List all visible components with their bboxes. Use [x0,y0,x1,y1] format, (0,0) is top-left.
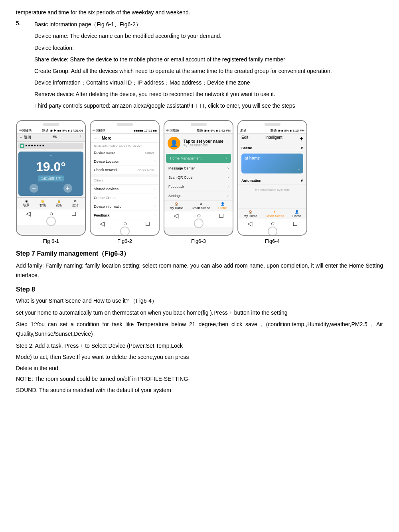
phone2-bottom-bar [91,228,159,235]
phone2-item-feedback[interactable]: Feedback › [91,211,159,219]
phone1-nav-scene[interactable]: ◉ 场景 [23,199,30,207]
phone3-profile-chevron: › [228,141,229,146]
phone1-minus-button[interactable]: − [30,184,38,193]
phone3-username[interactable]: Tap to set your name [184,139,223,144]
phone2-back-nav[interactable]: ◁ [100,220,105,227]
phone3-qr-chevron: › [227,175,229,179]
phone3-menu-message[interactable]: Message Center › [164,164,233,173]
phone4-scene-section: Scene ∨ [238,144,306,152]
phone1-app-header: ← 返回 EK ⋮ [17,134,85,142]
phone2-item-devicename[interactable]: Device name Smart › [91,149,159,157]
phone3-nav-scene[interactable]: ⚙ Smart Scene [192,202,210,210]
phone4-nav-home[interactable]: 🏠 My Home [244,210,257,218]
device-location-text: Device location: [34,43,383,53]
phone1-recent-btn[interactable]: □ [72,210,76,217]
phone4-edit-btn[interactable]: Edit [241,135,248,142]
phone1-earpiece [43,123,59,126]
phone4-plus-btn[interactable]: + [300,135,303,142]
phone3-profile: 👤 Tap to set your name By 13399390153 › [164,134,233,153]
phone3-back-btn[interactable]: ◁ [174,212,178,219]
phone4-nav-scene[interactable]: ✦ Smart Scene [266,210,284,218]
phone3-message-label: Message Center [168,166,195,170]
phone4-automation-label: Automation [241,179,261,183]
phone4-nav-home-icon: 🏠 [249,210,253,214]
phone4-container: 老娘 联通 ◉ ■ 9% ■ 3:10 PM Edit Intelligent … [237,120,307,244]
phone1-nav-life[interactable]: ⚙ 生活 [72,199,79,207]
phone3-home-btn[interactable]: ○ [197,212,201,219]
phone2-feedback-label: Feedback [94,213,110,217]
phone4-intelligent-label[interactable]: Intelligent [265,135,282,142]
phone1-degree-symbol: ° [22,155,80,159]
phones-row: 中国移动 联通 ◉ ▶ ■■ 9% ■ 17:51:04 ← 返回 EK ⋮ ■… [16,120,383,244]
phone4-earpiece [265,123,280,126]
remove-device-text: Remove device: After deleting the device… [34,90,383,99]
phone2-item-shared[interactable]: Shared devices › [91,185,159,193]
phone1-icon[interactable]: ⋮ [79,135,83,140]
phone4-nav-scene-label: Smart Scene [266,214,284,218]
phone3-home-label: Home Management [170,156,201,160]
phone1-nav-smart[interactable]: 🖐 智能 [40,199,46,207]
phone1-back-btn[interactable]: ◁ [26,210,31,217]
phone2-item-group[interactable]: Create Group › [91,193,159,202]
phone4-scene-label: Scene [241,146,252,150]
item5-title: Basic information page（Fig 6-1、Fig6-2） [34,20,383,29]
intro-section: temperature and time for the six periods… [16,8,383,113]
phone3-menu-qr[interactable]: Scan QR Code › [164,173,233,182]
phone4-header: Edit Intelligent + [238,134,306,144]
phone4-label: Fig6-4 [265,238,280,244]
phone3-menu-settings[interactable]: Settings › [164,191,233,201]
step8-line1: What is your Smart Scene and How to use … [16,296,383,306]
phone4-home-btn[interactable]: ○ [271,220,275,227]
phone2-home-nav[interactable]: ○ [123,220,127,227]
phone3-menu-feedback[interactable]: Feedback › [164,182,233,191]
create-group-text: Create Group: Add all the devices which … [34,67,383,76]
phone3-earpiece [191,123,207,126]
step8-heading: Step 8 [16,286,383,293]
phone1-life-label: 生活 [72,203,79,207]
phone3-nav-home[interactable]: 🏠 My Home [170,202,183,210]
phone4-nav-home-label: My Home [244,214,257,218]
phone3-menu-home[interactable]: Home Management › [166,154,231,163]
phone4-scene-chevron: ∨ [300,146,303,150]
item-content: Basic information page（Fig 6-1、Fig6-2） D… [34,20,383,113]
phone2-devinfo-chevron: › [154,204,156,209]
phone2-others-label: Others [94,179,103,182]
phone3-frame: 中国联通 联通 ◉ ■ 9% ■ 3:42 PM 👤 Tap to set yo… [164,120,233,236]
phone2-item-network[interactable]: Check network Check Now › [91,166,159,174]
phone4-top-bar [238,121,306,128]
phone4-nav-profile-label: Home [292,214,301,218]
phone4-frame: 老娘 联通 ◉ ■ 9% ■ 3:10 PM Edit Intelligent … [237,120,307,236]
phone2-location-chevron: › [154,159,156,164]
phone1-time: 联通 ◉ ▶ ■■ 9% ■ 17:51:04 [42,128,83,133]
phone3-message-chevron: › [227,166,229,170]
phone2-battery: ■■■■■ 17:51 ■■ [134,129,157,132]
step8-line7: NOTE: The room sound could be turned on/… [16,374,383,384]
phone3-qr-label: Scan QR Code [168,175,193,179]
phone3-bottom-nav: 🏠 My Home ⚙ Smart Scene 👤 Profile [164,201,233,211]
phone1-schedule-bar: ■ ■ ■ ■ ■ ■ ■ ■ [18,143,83,149]
phone4-recent-btn[interactable]: □ [293,220,297,227]
phone1-plus-button[interactable]: + [63,184,72,193]
phone4-nav-profile[interactable]: 👤 Home [292,210,301,218]
step7-section: Step 7 Family management（Fig6-3） Add fam… [16,250,383,280]
phone2-item-devinfo[interactable]: Device information › [91,202,159,211]
phone1-home-btn[interactable]: ○ [49,210,53,217]
phone1-back[interactable]: ← 返回 [19,135,31,140]
share-device-text: Share device: Share the device to the mo… [34,55,383,64]
phone2-item-location[interactable]: Device Location › [91,157,159,166]
phone1-nav-device[interactable]: 🔒 设备 [56,199,62,207]
phone2-header: ← More [91,134,159,143]
phone4-back-btn[interactable]: ◁ [247,220,252,227]
phone2-back-btn[interactable]: ← [94,135,99,141]
device-name-text: Device name: The device name can be modi… [34,32,383,41]
phone3-label: Fig6-3 [191,238,206,244]
phone3-nav-profile[interactable]: 👤 Profile [218,202,227,210]
phone3-userid: By 13399390153 [184,144,223,147]
phone2-item-others-header: Others [91,177,159,185]
device-info-text: Device information：Contains virtual ID；I… [34,78,383,87]
phone2-earpiece [117,123,133,126]
phone4-spacer [238,195,306,209]
numbered-item-5: 5. Basic information page（Fig 6-1、Fig6-2… [16,20,383,113]
phone3-recent-btn[interactable]: □ [219,212,223,219]
phone2-recent-nav[interactable]: □ [146,220,150,227]
